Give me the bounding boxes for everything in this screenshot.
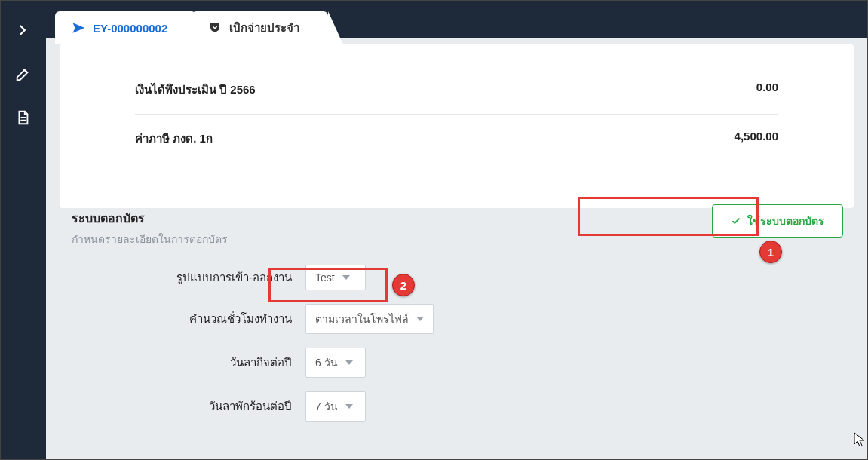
- summary-value: 0.00: [756, 81, 778, 99]
- select-hours[interactable]: ตามเวลาในโพรไฟล์: [305, 304, 434, 334]
- summary-label: เงินได้พึงประเมิน ปี 2566: [135, 81, 256, 99]
- tab-label: EY-000000002: [93, 22, 167, 35]
- select-pattern[interactable]: Test: [305, 265, 366, 290]
- tabs: EY-000000002 เบิกจ่ายประจำ: [55, 11, 328, 44]
- select-vacation-leave[interactable]: 7 วัน: [305, 391, 366, 422]
- annotation-badge-1: 1: [759, 241, 782, 263]
- edit-icon[interactable]: [14, 66, 32, 84]
- caret-down-icon: [345, 360, 353, 365]
- form-row-pattern: รูปแบบการเข้า-ออกงาน Test: [72, 265, 854, 290]
- pocket-icon: [208, 21, 222, 35]
- document-icon[interactable]: [14, 109, 32, 127]
- form-label: วันลากิจต่อปี: [72, 354, 305, 372]
- form-row-hours: คำนวณชั่วโมงทำงาน ตามเวลาในโพรไฟล์: [72, 304, 854, 334]
- form-label: รูปแบบการเข้า-ออกงาน: [72, 268, 305, 287]
- form-row-personal-leave: วันลากิจต่อปี 6 วัน: [72, 348, 854, 378]
- attendance-section-header: ระบบตอกบัตร กำหนดรายละเอียดในการตอกบัตร …: [72, 209, 854, 247]
- caret-down-icon: [342, 275, 350, 280]
- form-row-vacation-leave: วันลาพักร้อนต่อปี 7 วัน: [72, 391, 854, 422]
- content-area: เงินได้พึงประเมิน ปี 2566 0.00 ค่าภาษี ภ…: [46, 38, 867, 459]
- paper-plane-icon: [72, 21, 85, 35]
- summary-row: ค่าภาษี ภงด. 1ก 4,500.00: [135, 114, 778, 163]
- summary-value: 4,500.00: [735, 130, 778, 148]
- sidebar: [1, 1, 46, 459]
- summary-label: ค่าภาษี ภงด. 1ก: [135, 130, 213, 148]
- select-personal-leave[interactable]: 6 วัน: [305, 348, 366, 378]
- select-value: Test: [315, 271, 335, 284]
- use-attendance-label: ใช้ระบบตอกบัตร: [747, 213, 824, 229]
- tab-payroll[interactable]: เบิกจ่ายประจำ: [192, 11, 328, 44]
- use-attendance-button[interactable]: ใช้ระบบตอกบัตร: [712, 204, 843, 238]
- select-value: 7 วัน: [315, 398, 338, 415]
- summary-row: เงินได้พึงประเมิน ปี 2566 0.00: [135, 44, 778, 114]
- caret-down-icon: [345, 404, 353, 409]
- form-label: คำนวณชั่วโมงทำงาน: [72, 310, 305, 328]
- caret-down-icon: [416, 317, 424, 321]
- tab-label: เบิกจ่ายประจำ: [229, 19, 299, 37]
- chevron-right-icon[interactable]: [14, 22, 32, 40]
- annotation-badge-2: 2: [392, 274, 415, 296]
- mouse-cursor-icon: [854, 432, 866, 447]
- attendance-form: รูปแบบการเข้า-ออกงาน Test คำนวณชั่วโมงทำ…: [72, 265, 854, 435]
- select-value: 6 วัน: [315, 354, 338, 371]
- check-icon: [731, 216, 741, 226]
- tab-ey[interactable]: EY-000000002: [55, 11, 196, 44]
- form-label: วันลาพักร้อนต่อปี: [72, 397, 305, 416]
- summary-card: เงินได้พึงประเมิน ปี 2566 0.00 ค่าภาษี ภ…: [60, 44, 854, 208]
- select-value: ตามเวลาในโพรไฟล์: [315, 311, 409, 327]
